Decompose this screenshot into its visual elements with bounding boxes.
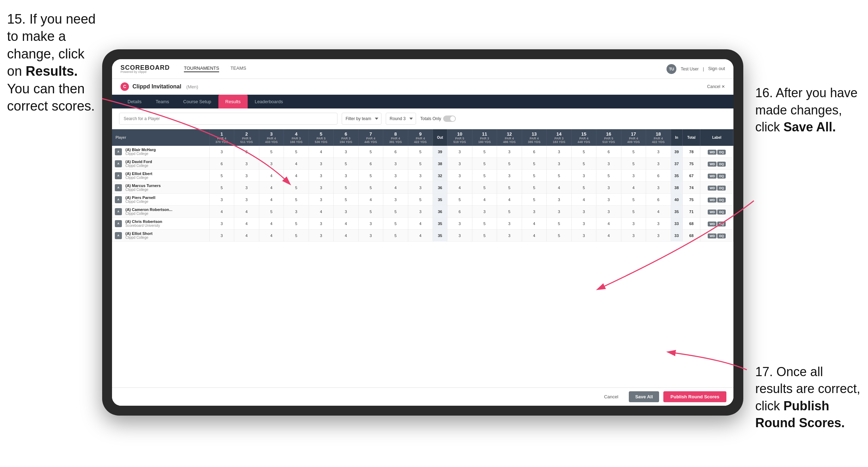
score-hole-4[interactable]: 5 xyxy=(284,182,309,194)
score-hole-12[interactable]: 3 xyxy=(497,170,522,182)
dq-button[interactable]: DQ xyxy=(717,162,726,167)
score-hole-7[interactable]: 5 xyxy=(358,182,383,194)
score-hole-5[interactable]: 4 xyxy=(309,146,333,158)
score-hole-2[interactable]: 3 xyxy=(234,158,259,170)
score-hole-5[interactable]: 3 xyxy=(309,158,333,170)
search-input[interactable] xyxy=(119,113,337,125)
score-hole-10[interactable]: 3 xyxy=(447,146,472,158)
score-hole-1[interactable]: 3 xyxy=(209,230,234,242)
score-hole-17[interactable]: 5 xyxy=(621,146,646,158)
score-hole-17[interactable]: 3 xyxy=(621,230,646,242)
tab-results[interactable]: Results xyxy=(218,95,248,108)
score-hole-6[interactable]: 4 xyxy=(334,230,358,242)
score-hole-11[interactable]: 5 xyxy=(472,158,497,170)
score-hole-6[interactable]: 3 xyxy=(334,170,358,182)
score-hole-2[interactable]: 3 xyxy=(234,146,259,158)
score-hole-18[interactable]: 4 xyxy=(646,206,671,218)
tab-details[interactable]: Details xyxy=(120,95,149,108)
score-hole-14[interactable]: 5 xyxy=(547,230,571,242)
score-hole-3[interactable]: 4 xyxy=(259,194,284,206)
wd-button[interactable]: WD xyxy=(708,234,717,238)
tab-leaderboards[interactable]: Leaderboards xyxy=(248,95,290,108)
score-hole-9[interactable]: 3 xyxy=(408,170,433,182)
score-hole-4[interactable]: 5 xyxy=(284,194,309,206)
score-hole-3[interactable]: 5 xyxy=(259,146,284,158)
dq-button[interactable]: DQ xyxy=(717,174,726,179)
score-hole-7[interactable]: 5 xyxy=(358,170,383,182)
score-hole-3[interactable]: 5 xyxy=(259,206,284,218)
score-hole-3[interactable]: 4 xyxy=(259,230,284,242)
score-hole-2[interactable]: 4 xyxy=(234,218,259,230)
score-hole-7[interactable]: 3 xyxy=(358,218,383,230)
score-hole-2[interactable]: 3 xyxy=(234,182,259,194)
score-hole-6[interactable]: 4 xyxy=(334,218,358,230)
score-hole-16[interactable]: 3 xyxy=(596,206,621,218)
score-hole-16[interactable]: 6 xyxy=(596,146,621,158)
score-hole-7[interactable]: 4 xyxy=(358,194,383,206)
score-hole-8[interactable]: 3 xyxy=(383,158,408,170)
score-hole-17[interactable]: 5 xyxy=(621,158,646,170)
score-hole-13[interactable]: 3 xyxy=(522,206,546,218)
score-hole-9[interactable]: 5 xyxy=(408,158,433,170)
sign-out-link[interactable]: Sign out xyxy=(708,66,725,72)
round-dropdown[interactable]: Round 3 xyxy=(386,113,416,125)
dq-button[interactable]: DQ xyxy=(717,186,726,191)
score-hole-13[interactable]: 5 xyxy=(522,194,546,206)
score-hole-10[interactable]: 3 xyxy=(447,218,472,230)
score-hole-16[interactable]: 4 xyxy=(596,218,621,230)
score-hole-6[interactable]: 5 xyxy=(334,158,358,170)
score-hole-7[interactable]: 5 xyxy=(358,206,383,218)
score-hole-12[interactable]: 5 xyxy=(497,182,522,194)
score-hole-18[interactable]: 6 xyxy=(646,194,671,206)
score-hole-14[interactable]: 3 xyxy=(547,158,571,170)
score-hole-4[interactable]: 5 xyxy=(284,218,309,230)
score-hole-4[interactable]: 4 xyxy=(284,158,309,170)
score-hole-8[interactable]: 5 xyxy=(383,206,408,218)
score-hole-10[interactable]: 5 xyxy=(447,194,472,206)
score-hole-18[interactable]: 3 xyxy=(646,182,671,194)
score-hole-11[interactable]: 5 xyxy=(472,218,497,230)
score-hole-17[interactable]: 5 xyxy=(621,194,646,206)
score-hole-16[interactable]: 3 xyxy=(596,182,621,194)
score-hole-17[interactable]: 3 xyxy=(621,170,646,182)
score-hole-7[interactable]: 6 xyxy=(358,158,383,170)
score-hole-9[interactable]: 4 xyxy=(408,218,433,230)
nav-teams[interactable]: TEAMS xyxy=(230,66,246,72)
score-hole-1[interactable]: 5 xyxy=(209,170,234,182)
score-hole-16[interactable]: 3 xyxy=(596,158,621,170)
score-hole-12[interactable]: 5 xyxy=(497,158,522,170)
score-hole-14[interactable]: 3 xyxy=(547,206,571,218)
score-hole-16[interactable]: 5 xyxy=(596,170,621,182)
score-hole-13[interactable]: 5 xyxy=(522,182,546,194)
score-hole-6[interactable]: 5 xyxy=(334,182,358,194)
score-hole-11[interactable]: 5 xyxy=(472,146,497,158)
wd-button[interactable]: WD xyxy=(708,222,717,226)
dq-button[interactable]: DQ xyxy=(717,150,726,155)
score-hole-9[interactable]: 3 xyxy=(408,182,433,194)
score-hole-15[interactable]: 3 xyxy=(571,206,596,218)
wd-button[interactable]: WD xyxy=(708,210,717,214)
dq-button[interactable]: DQ xyxy=(717,234,726,238)
score-hole-1[interactable]: 3 xyxy=(209,146,234,158)
score-hole-11[interactable]: 5 xyxy=(472,182,497,194)
score-hole-5[interactable]: 3 xyxy=(309,170,333,182)
score-hole-18[interactable]: 3 xyxy=(646,158,671,170)
score-hole-15[interactable]: 4 xyxy=(571,194,596,206)
score-hole-2[interactable]: 3 xyxy=(234,194,259,206)
score-hole-10[interactable]: 3 xyxy=(447,170,472,182)
score-hole-15[interactable]: 3 xyxy=(571,218,596,230)
score-hole-1[interactable]: 6 xyxy=(209,158,234,170)
score-hole-15[interactable]: 5 xyxy=(571,146,596,158)
score-hole-11[interactable]: 4 xyxy=(472,194,497,206)
score-hole-6[interactable]: 5 xyxy=(334,194,358,206)
score-hole-14[interactable]: 5 xyxy=(547,218,571,230)
score-hole-12[interactable]: 5 xyxy=(497,206,522,218)
score-hole-5[interactable]: 4 xyxy=(309,206,333,218)
score-hole-4[interactable]: 3 xyxy=(284,206,309,218)
score-hole-18[interactable]: 3 xyxy=(646,146,671,158)
score-hole-9[interactable]: 5 xyxy=(408,146,433,158)
wd-button[interactable]: WD xyxy=(708,162,717,167)
score-hole-10[interactable]: 3 xyxy=(447,230,472,242)
score-hole-13[interactable]: 4 xyxy=(522,230,546,242)
score-hole-6[interactable]: 3 xyxy=(334,146,358,158)
